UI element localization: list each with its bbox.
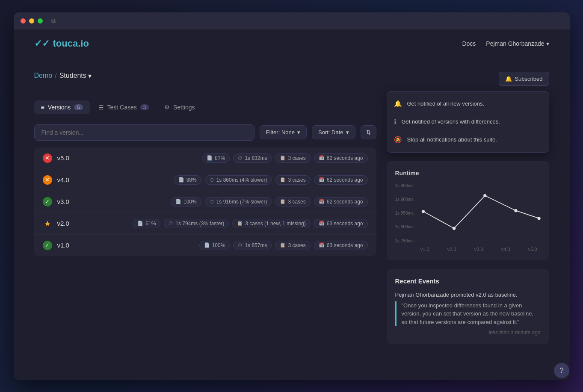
help-button[interactable]: ?	[554, 363, 569, 378]
chart-svg	[417, 183, 541, 243]
info-icon: ℹ	[394, 118, 397, 126]
dropdown-item-stop-label: Stop all notifications about this suite.	[407, 136, 497, 143]
filter-chevron-icon: ▾	[297, 129, 300, 136]
cases-tag: 📋3 cases	[275, 175, 310, 185]
x-label-v1: v1.0	[420, 247, 429, 252]
user-chevron-icon: ▾	[546, 40, 549, 47]
cases-icon: 📋	[280, 199, 286, 204]
cases-tag: 📋3 cases	[275, 197, 310, 206]
testcases-tab-label: Test Cases	[107, 104, 137, 111]
x-label-v2: v2.0	[447, 247, 456, 252]
breadcrumb-chevron-icon: ▾	[88, 72, 92, 80]
cases-icon: 📋	[280, 155, 286, 161]
calendar-icon: 📅	[319, 155, 325, 161]
bell-off-icon: 🔕	[394, 136, 402, 144]
runtime-tag: ⏱1s 832ms	[233, 153, 272, 163]
logo-checkmark: ✓✓	[34, 38, 50, 49]
window-icon: ⧉	[51, 17, 56, 24]
table-row[interactable]: ✓ v3.0 📄100% ⏱1s 916ms (7% slower) 📋3 ca…	[34, 191, 376, 213]
calendar-icon: 📅	[319, 221, 325, 226]
tab-testcases[interactable]: ☰ Test Cases 3	[92, 100, 156, 114]
chart-point-v2	[453, 227, 456, 230]
tab-settings[interactable]: ⚙ Settings	[157, 100, 202, 114]
time-tag: 📅63 seconds ago	[314, 219, 368, 228]
y-label-2: 1s 900ms	[395, 197, 414, 202]
settings-tab-icon: ⚙	[164, 104, 170, 111]
version-name: v4.0	[57, 176, 83, 183]
versions-tab-icon: ≡	[41, 104, 44, 111]
calendar-icon: 📅	[319, 199, 325, 204]
maximize-dot[interactable]	[38, 18, 43, 24]
y-axis-labels: 1s 950ms 1s 900ms 1s 850ms 1s 800ms 1s 7…	[395, 183, 414, 243]
score-icon: 📄	[207, 155, 213, 161]
minimize-dot[interactable]	[29, 18, 34, 24]
right-panel: 🔔 Subscribed 🔔 Get notified of all new v…	[387, 72, 549, 345]
version-status-icon: ✕	[43, 175, 52, 185]
versions-tab-count: 5	[74, 104, 83, 110]
bell-all-icon: 🔔	[394, 100, 402, 108]
cases-tag: 📋3 cases (1 new, 1 missing)	[232, 219, 310, 228]
breadcrumb-current-label: Students	[59, 72, 86, 80]
chart-point-v1	[422, 209, 425, 212]
logo-text: touca.io	[53, 38, 89, 49]
sort-direction-button[interactable]: ⇅	[361, 125, 376, 139]
clock-icon: ⏱	[210, 177, 214, 183]
score-tag: 📄61%	[133, 219, 160, 228]
chart-container: 1s 950ms 1s 900ms 1s 850ms 1s 800ms 1s 7…	[395, 183, 541, 252]
subscribed-button[interactable]: 🔔 Subscribed	[499, 72, 549, 86]
search-input[interactable]	[34, 124, 255, 141]
user-menu[interactable]: Pejman Ghorbanzade ▾	[486, 40, 549, 47]
dropdown-item-all-versions[interactable]: 🔔 Get notified of all new versions.	[387, 95, 549, 113]
filter-button[interactable]: Filter: None ▾	[260, 125, 307, 139]
table-row[interactable]: ✕ v4.0 📄88% ⏱1s 860ms (4% slower) 📋3 cas…	[34, 169, 376, 191]
logo[interactable]: ✓✓ touca.io	[34, 38, 89, 49]
versions-list: ✕ v5.0 📄87% ⏱1s 832ms 📋3 cases 📅62 secon…	[34, 147, 376, 256]
cases-tag: 📋3 cases	[275, 241, 310, 250]
clock-icon: ⏱	[169, 221, 173, 226]
close-dot[interactable]	[21, 18, 26, 24]
main-content: Demo / Students ▾ ≡ Versions 5 ☰ Tes	[14, 58, 570, 358]
clock-icon: ⏱	[238, 156, 243, 161]
version-status-icon: ✕	[43, 153, 52, 163]
runtime-tag: ⏱1s 857ms	[233, 241, 272, 250]
docs-link[interactable]: Docs	[462, 40, 476, 47]
score-tag: 📄100%	[171, 197, 201, 206]
titlebar: ⧉	[14, 12, 570, 29]
table-row[interactable]: ★ v2.0 📄61% ⏱1s 794ms (3% faster) 📋3 cas…	[34, 213, 376, 235]
chart-line	[423, 195, 539, 228]
user-label: Pejman Ghorbanzade	[486, 40, 544, 47]
testcases-tab-icon: ☰	[98, 104, 104, 111]
left-panel: Demo / Students ▾ ≡ Versions 5 ☰ Tes	[34, 72, 376, 345]
calendar-icon: 📅	[319, 177, 325, 183]
sort-chevron-icon: ▾	[346, 129, 349, 136]
time-tag: 📅62 seconds ago	[314, 197, 368, 206]
dropdown-item-all-label: Get notified of all new versions.	[407, 100, 485, 107]
dropdown-item-stop[interactable]: 🔕 Stop all notifications about this suit…	[387, 131, 549, 149]
versions-tab-label: Versions	[48, 104, 71, 111]
sort-button[interactable]: Sort: Date ▾	[312, 125, 355, 139]
filter-label: Filter: None	[266, 129, 295, 136]
cases-icon: 📋	[280, 242, 286, 248]
time-tag: 📅62 seconds ago	[314, 153, 368, 163]
tab-versions[interactable]: ≡ Versions 5	[34, 100, 90, 114]
version-name: v1.0	[57, 242, 83, 249]
breadcrumb-demo[interactable]: Demo	[34, 72, 53, 80]
score-icon: 📄	[178, 177, 184, 183]
breadcrumb-row: Demo / Students ▾	[34, 72, 376, 90]
dropdown-item-differences[interactable]: ℹ Get notified of versions with differen…	[387, 113, 549, 131]
breadcrumb-separator: /	[55, 72, 56, 80]
breadcrumb-current[interactable]: Students ▾	[59, 72, 92, 80]
y-label-1: 1s 950ms	[395, 183, 414, 188]
score-tag: 📄88%	[174, 175, 201, 185]
clock-icon: ⏱	[210, 199, 214, 204]
recent-events-card: Recent Events Pejman Ghorbanzade promote…	[387, 269, 549, 345]
sort-label: Sort: Date	[318, 129, 343, 136]
version-tags: 📄88% ⏱1s 860ms (4% slower) 📋3 cases 📅62 …	[174, 175, 368, 185]
score-icon: 📄	[175, 199, 181, 204]
chart-plot: v1.0 v2.0 v3.0 v4.0 v5.0	[417, 183, 541, 252]
table-row[interactable]: ✓ v1.0 📄100% ⏱1s 857ms 📋3 cases 📅63 seco…	[34, 235, 376, 256]
x-label-v4: v4.0	[501, 247, 510, 252]
event-user: Pejman Ghorbanzade promoted v2.0 as base…	[395, 292, 541, 298]
x-label-v5: v5.0	[528, 247, 537, 252]
table-row[interactable]: ✕ v5.0 📄87% ⏱1s 832ms 📋3 cases 📅62 secon…	[34, 147, 376, 169]
